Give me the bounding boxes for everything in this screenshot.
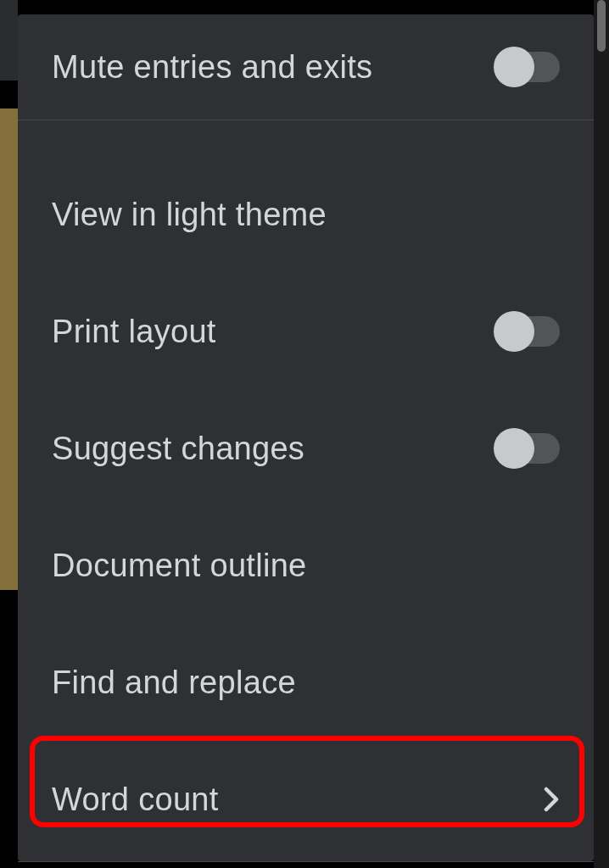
menu-item-print-layout[interactable]: Print layout [18, 273, 594, 390]
menu-item-suggest-changes[interactable]: Suggest changes [18, 390, 594, 507]
divider [18, 861, 594, 862]
mute-entries-toggle[interactable] [495, 52, 560, 82]
chevron-right-icon [543, 791, 560, 808]
scrollbar-thumb[interactable] [597, 0, 606, 52]
toggle-thumb [494, 428, 534, 469]
print-layout-label: Print layout [52, 314, 216, 350]
scrollbar[interactable] [594, 0, 609, 868]
mute-entries-label: Mute entries and exits [52, 49, 372, 86]
toggle-thumb [494, 47, 534, 87]
toggle-thumb [494, 311, 534, 352]
document-outline-label: Document outline [52, 548, 307, 584]
bg-partial-top [0, 0, 18, 81]
menu-item-light-theme[interactable]: View in light theme [18, 156, 594, 273]
light-theme-label: View in light theme [52, 197, 327, 233]
suggest-changes-label: Suggest changes [52, 431, 304, 467]
print-layout-toggle[interactable] [495, 316, 560, 347]
bg-partial-tan [0, 108, 18, 590]
word-count-label: Word count [52, 782, 219, 818]
suggest-changes-toggle[interactable] [495, 433, 560, 464]
menu-item-find-replace[interactable]: Find and replace [18, 624, 594, 741]
bg-partial-text [0, 593, 18, 868]
menu-item-mute-entries[interactable]: Mute entries and exits [18, 14, 594, 120]
view-section: View in light theme Print layout Suggest… [18, 120, 594, 858]
menu-item-word-count[interactable]: Word count [18, 741, 594, 858]
options-menu-panel: Mute entries and exits View in light the… [18, 14, 594, 861]
find-replace-label: Find and replace [52, 665, 296, 701]
menu-item-document-outline[interactable]: Document outline [18, 507, 594, 624]
